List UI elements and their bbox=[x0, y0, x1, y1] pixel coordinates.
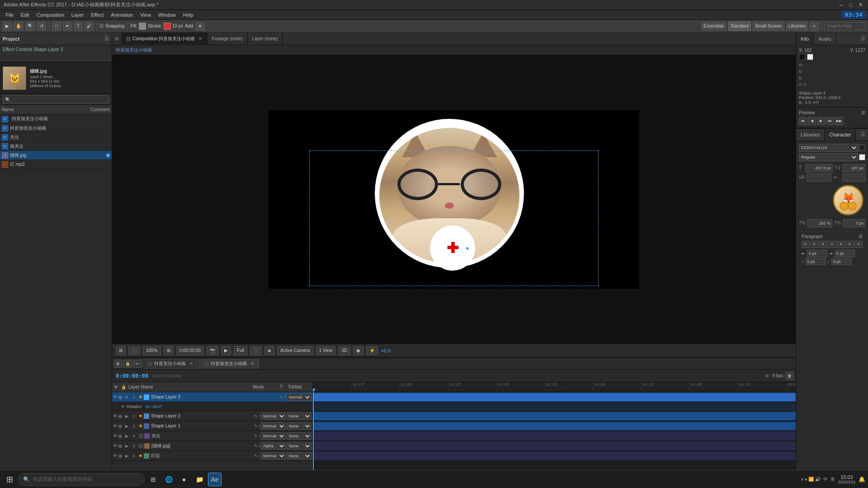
tab-layer[interactable]: Layer (none) bbox=[248, 33, 283, 45]
menu-file[interactable]: File bbox=[2, 11, 17, 19]
layer1-eye[interactable]: 👁 bbox=[113, 394, 118, 399]
list-item[interactable]: C 关注 bbox=[0, 133, 112, 142]
maximize-btn[interactable]: □ bbox=[847, 2, 854, 8]
menu-view[interactable]: View bbox=[137, 11, 155, 19]
list-item[interactable]: C 抖音加关注小动画 bbox=[0, 115, 112, 124]
bottom-controls-2[interactable]: 🔒 bbox=[123, 360, 132, 368]
tab-footage[interactable]: Footage (none) bbox=[207, 33, 247, 45]
tl-trash[interactable]: 🗑 bbox=[785, 372, 794, 380]
tl-settings[interactable]: ⚙ bbox=[763, 373, 771, 378]
layer6-expand[interactable]: ▶ bbox=[124, 453, 129, 459]
prev-fast-btn[interactable]: ▶▶ bbox=[835, 117, 843, 125]
layer3-mode-select[interactable]: Normal bbox=[261, 422, 286, 430]
layer5-eye[interactable]: 👁 bbox=[113, 443, 118, 448]
para-align-right[interactable]: ≡ bbox=[819, 241, 827, 248]
viewer-safe-btn[interactable]: ⬛ bbox=[128, 346, 140, 355]
list-item[interactable]: J 猫咪.jpg bbox=[0, 151, 112, 160]
layer-row-1[interactable]: 👁 ◎ ▼ 1 ★ Shape Layer 3 ✎ / Normal bbox=[112, 392, 312, 402]
ws-chevron[interactable]: » bbox=[810, 22, 819, 31]
viewer-expose-btn[interactable]: ◈ bbox=[264, 346, 274, 355]
task-view-btn[interactable]: ⊞ bbox=[146, 473, 160, 486]
browser-btn[interactable]: 🌐 bbox=[162, 473, 175, 486]
layer2-slash[interactable]: / bbox=[259, 414, 260, 418]
para-align-justify2[interactable]: ≡ bbox=[837, 241, 845, 248]
para-space-after[interactable] bbox=[831, 258, 852, 265]
tl-tab2-close[interactable]: ✕ bbox=[250, 361, 254, 366]
toolbar-pen[interactable]: ✒ bbox=[63, 22, 72, 31]
layer4-solo[interactable]: ◎ bbox=[118, 434, 123, 438]
menu-edit[interactable]: Edit bbox=[17, 11, 33, 19]
layer5-slash[interactable]: / bbox=[259, 444, 260, 448]
layer2-solo[interactable]: ◎ bbox=[118, 414, 123, 418]
font-color-swatch[interactable] bbox=[859, 145, 865, 151]
search-bar[interactable]: 🔍 在这里输入你要搜索的内容 bbox=[18, 473, 145, 486]
layer3-trkmat-select[interactable]: None bbox=[287, 422, 311, 430]
layer4-slash[interactable]: / bbox=[259, 434, 260, 438]
layer-row-2[interactable]: 👁 ◎ ▶ 2 ★ Shape Layer 2 ✎ / Normal None bbox=[112, 411, 312, 421]
time-display[interactable]: 0:00:00:00 bbox=[114, 373, 150, 379]
playhead[interactable] bbox=[313, 392, 314, 478]
preview-menu[interactable]: ☰ bbox=[861, 110, 865, 115]
layer4-trkmat-select[interactable]: None bbox=[287, 432, 311, 440]
layer5-expand[interactable]: ▶ bbox=[124, 443, 129, 449]
layer6-slash[interactable]: / bbox=[259, 454, 260, 458]
viewer-region-btn[interactable]: ⊞ bbox=[116, 346, 126, 355]
layer5-trkmat-select[interactable]: None bbox=[287, 442, 311, 450]
close-btn[interactable]: ✕ bbox=[857, 2, 864, 8]
layer6-edit[interactable]: ✎ bbox=[254, 454, 258, 458]
viewer-transpbg-btn[interactable]: ⬛ bbox=[250, 346, 262, 355]
para-menu[interactable]: ☰ bbox=[859, 234, 863, 239]
layer1-slash[interactable]: / bbox=[284, 395, 286, 399]
ae-taskbar-btn[interactable]: Ae bbox=[208, 473, 222, 486]
para-align-justify1[interactable]: ≡ bbox=[828, 241, 836, 248]
search-help-input[interactable] bbox=[825, 22, 865, 30]
menu-animation[interactable]: Animation bbox=[107, 11, 137, 19]
layer-row-4[interactable]: 👁 ◎ ▶ 4 ⬛ 关注 ✎ / Normal None bbox=[112, 431, 312, 441]
prev-first-btn[interactable]: ⏮ bbox=[799, 117, 807, 125]
comp-tab-close[interactable]: ✕ bbox=[198, 36, 202, 41]
layer6-eye[interactable]: 👁 bbox=[113, 453, 118, 458]
chrome-btn[interactable]: ● bbox=[177, 473, 191, 486]
layer4-mode-select[interactable]: Normal bbox=[261, 432, 286, 440]
layer4-expand[interactable]: ▶ bbox=[124, 433, 129, 439]
para-align-left[interactable]: ≡ bbox=[802, 241, 810, 248]
layer1-mode-select[interactable]: Normal bbox=[287, 394, 311, 401]
layer2-expand[interactable]: ▶ bbox=[124, 413, 129, 419]
viewer-motion-btn[interactable]: ▶ bbox=[221, 346, 231, 355]
ws-libraries[interactable]: Libraries bbox=[786, 22, 808, 31]
font-size-input[interactable] bbox=[806, 164, 833, 172]
ws-standard[interactable]: Standard bbox=[728, 22, 751, 31]
bottom-controls-3[interactable]: ✂ bbox=[133, 360, 142, 368]
toolbar-hand[interactable]: ✋ bbox=[14, 22, 24, 31]
kerning-input[interactable] bbox=[843, 174, 865, 182]
bottom-controls-1[interactable]: ⊞ bbox=[114, 360, 122, 368]
layer3-solo[interactable]: ◎ bbox=[118, 424, 123, 428]
add-btn[interactable]: ▼ bbox=[196, 22, 205, 31]
list-item[interactable]: ♪ 叮.mp3 bbox=[0, 160, 112, 169]
layer-row-6[interactable]: 👁 ◎ ▶ 6 ★ 叮症 ✎ / Normal None bbox=[112, 451, 312, 461]
menu-composition[interactable]: Composition bbox=[33, 11, 68, 19]
layer5-mode-select[interactable]: Alpha bbox=[261, 442, 286, 450]
rotation-value[interactable]: 0x +90.0° bbox=[146, 404, 163, 409]
view-select[interactable]: 1 View bbox=[316, 346, 336, 355]
para-align-justify3[interactable]: ≡ bbox=[846, 241, 854, 248]
tl-tab-1[interactable]: ⬛ 抖音关注小动画 ✕ bbox=[142, 359, 198, 369]
quality-select[interactable]: Full bbox=[234, 346, 247, 355]
layer-row-3[interactable]: 👁 ◎ ▶ 3 ★ Shape Layer 1 ✎ / Normal None bbox=[112, 421, 312, 431]
toolbar-shape[interactable]: □ bbox=[52, 22, 61, 31]
layer5-solo[interactable]: ◎ bbox=[118, 444, 123, 448]
layer4-edit[interactable]: ✎ bbox=[254, 434, 258, 438]
para-indent-right[interactable] bbox=[835, 250, 855, 257]
layer2-eye[interactable]: 👁 bbox=[113, 413, 118, 418]
camera-select[interactable]: Active Camera bbox=[277, 346, 313, 355]
list-item[interactable]: C 加关注 bbox=[0, 142, 112, 151]
project-search-input[interactable] bbox=[3, 95, 109, 103]
layer2-edit[interactable]: ✎ bbox=[254, 414, 258, 418]
layer6-mode-select[interactable]: Normal bbox=[261, 452, 286, 460]
tl-tab1-close[interactable]: ✕ bbox=[189, 361, 193, 366]
viewer-render-btn[interactable]: ◉ bbox=[353, 346, 363, 355]
list-item[interactable]: C 抖音加关注小动画 bbox=[0, 124, 112, 133]
ws-essentials[interactable]: Essentials bbox=[701, 22, 726, 31]
menu-layer[interactable]: Layer bbox=[68, 11, 88, 19]
layer-row-5[interactable]: 👁 ◎ ▶ 5 ⬛ [猫咪.jpg] ✎ / Alpha None bbox=[112, 441, 312, 451]
